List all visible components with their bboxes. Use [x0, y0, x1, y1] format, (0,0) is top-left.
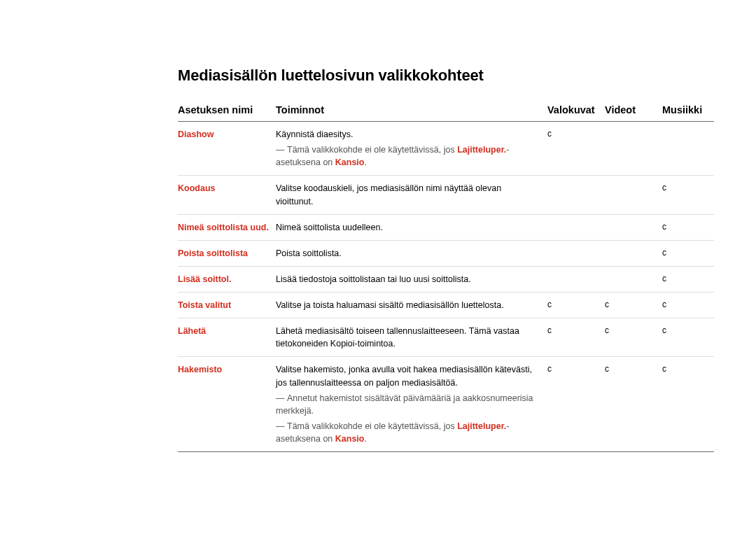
table-header-row: Asetuksen nimi Toiminnot Valokuvat Video…: [178, 104, 714, 122]
setting-name: Lisää soittol.: [178, 273, 276, 286]
check-photos: c: [547, 128, 605, 169]
setting-name: Poista soittolista: [178, 247, 276, 260]
check-music: [662, 128, 720, 169]
desc-text: Valitse hakemisto, jonka avulla voit hak…: [276, 365, 532, 387]
document-page: Mediasisällön luettelosivun valikkokohte…: [0, 0, 756, 452]
setting-func: Käynnistä diaesitys. ―Tämä valikkokohde …: [276, 128, 547, 169]
check-videos: c: [605, 363, 662, 445]
setting-func: Poista soittolista.: [276, 247, 547, 260]
setting-name: Koodaus: [178, 182, 276, 207]
desc-text: Käynnistä diaesitys.: [276, 129, 353, 139]
check-videos: [605, 247, 662, 260]
setting-name: Hakemisto: [178, 363, 276, 445]
setting-func: Lisää tiedostoja soittolistaan tai luo u…: [276, 273, 547, 286]
page-title: Mediasisällön luettelosivun valikkokohte…: [178, 66, 714, 85]
table-row: Lisää soittol. Lisää tiedostoja soittoli…: [178, 267, 714, 293]
header-music: Musiikki: [662, 104, 720, 115]
dash-icon: ―: [276, 420, 287, 433]
setting-func: Nimeä soittolista uudelleen.: [276, 221, 547, 234]
check-music: c: [662, 363, 720, 445]
note-post: .: [364, 157, 366, 167]
setting-func: Valitse ja toista haluamasi sisältö medi…: [276, 299, 547, 311]
check-photos: c: [547, 325, 605, 350]
check-videos: [605, 221, 662, 234]
note-hl: Lajitteluper.: [457, 145, 506, 155]
note-text: Annetut hakemistot sisältävät päivämääri…: [276, 393, 533, 416]
table-row: Lähetä Lähetä mediasisältö toiseen talle…: [178, 318, 714, 357]
setting-name: Lähetä: [178, 325, 276, 350]
setting-name: Diashow: [178, 128, 276, 169]
dash-icon: ―: [276, 392, 287, 405]
note-pre: Tämä valikkokohde ei ole käytettävissä, …: [287, 421, 457, 431]
check-music: c: [662, 221, 720, 234]
check-photos: [547, 182, 605, 207]
header-videos: Videot: [605, 104, 662, 115]
setting-func: Lähetä mediasisältö toiseen tallennuslai…: [276, 325, 547, 350]
check-photos: [547, 221, 605, 234]
header-photos: Valokuvat: [547, 104, 605, 115]
note: ―Annetut hakemistot sisältävät päivämäär…: [276, 392, 540, 417]
dash-icon: ―: [276, 143, 287, 156]
check-music: c: [662, 299, 720, 311]
note-post: .: [364, 434, 366, 444]
check-videos: [605, 182, 662, 207]
table-row: Hakemisto Valitse hakemisto, jonka avull…: [178, 357, 714, 452]
setting-name: Nimeä soittolista uud.: [178, 221, 276, 234]
table-row: Diashow Käynnistä diaesitys. ―Tämä valik…: [178, 122, 714, 176]
setting-name: Toista valitut: [178, 299, 276, 311]
table-row: Toista valitut Valitse ja toista haluama…: [178, 293, 714, 318]
header-name: Asetuksen nimi: [178, 104, 276, 115]
table-row: Poista soittolista Poista soittolista. c: [178, 241, 714, 267]
check-photos: c: [547, 299, 605, 311]
setting-func: Valitse koodauskieli, jos mediasisällön …: [276, 182, 547, 207]
check-videos: [605, 273, 662, 286]
note-pre: Tämä valikkokohde ei ole käytettävissä, …: [287, 145, 457, 155]
note-hl: Lajitteluper.: [457, 421, 506, 431]
check-videos: [605, 128, 662, 169]
check-videos: c: [605, 325, 662, 350]
check-music: c: [662, 247, 720, 260]
check-photos: [547, 247, 605, 260]
check-photos: [547, 273, 605, 286]
setting-func: Valitse hakemisto, jonka avulla voit hak…: [276, 363, 547, 445]
check-music: c: [662, 182, 720, 207]
check-music: c: [662, 273, 720, 286]
table-row: Koodaus Valitse koodauskieli, jos medias…: [178, 176, 714, 214]
header-func: Toiminnot: [276, 104, 547, 115]
table-row: Nimeä soittolista uud. Nimeä soittolista…: [178, 215, 714, 241]
check-photos: c: [547, 363, 605, 445]
check-videos: c: [605, 299, 662, 311]
note-hl: Kansio: [335, 434, 365, 444]
check-music: c: [662, 325, 720, 350]
note: ―Tämä valikkokohde ei ole käytettävissä,…: [276, 420, 540, 445]
note-hl: Kansio: [335, 157, 365, 167]
note: ―Tämä valikkokohde ei ole käytettävissä,…: [276, 143, 540, 169]
